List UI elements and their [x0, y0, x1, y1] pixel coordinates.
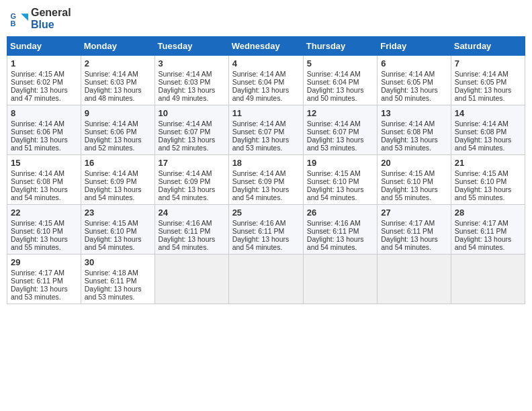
sunrise-label: Sunrise: 4:15 AM [11, 219, 64, 227]
sunrise-label: Sunrise: 4:16 AM [307, 219, 361, 227]
daylight-label: Daylight: 13 hours and 54 minutes. [455, 136, 512, 152]
day-number: 15 [11, 158, 77, 168]
calendar-cell: 6 Sunrise: 4:14 AM Sunset: 6:05 PM Dayli… [378, 56, 451, 105]
daylight-label: Daylight: 13 hours and 54 minutes. [159, 235, 216, 251]
sunrise-label: Sunrise: 4:15 AM [85, 219, 138, 227]
calendar-cell: 21 Sunrise: 4:15 AM Sunset: 6:10 PM Dayl… [451, 155, 525, 205]
calendar-cell: 24 Sunrise: 4:16 AM Sunset: 6:11 PM Dayl… [154, 205, 228, 255]
daylight-label: Daylight: 13 hours and 53 minutes. [85, 285, 142, 301]
day-number: 10 [159, 108, 225, 118]
sunrise-label: Sunrise: 4:14 AM [85, 70, 138, 78]
sunset-label: Sunset: 6:07 PM [307, 128, 359, 136]
day-number: 17 [159, 158, 225, 168]
daylight-label: Daylight: 13 hours and 54 minutes. [455, 235, 512, 251]
sunset-label: Sunset: 6:07 PM [159, 128, 211, 136]
day-number: 21 [455, 158, 521, 168]
calendar-cell: 16 Sunrise: 4:14 AM Sunset: 6:09 PM Dayl… [81, 155, 154, 205]
day-number: 5 [307, 58, 373, 68]
calendar-week-4: 22 Sunrise: 4:15 AM Sunset: 6:10 PM Dayl… [7, 205, 525, 255]
sunset-label: Sunset: 6:10 PM [455, 177, 507, 185]
calendar-week-3: 15 Sunrise: 4:14 AM Sunset: 6:08 PM Dayl… [7, 155, 525, 205]
sunrise-label: Sunrise: 4:14 AM [455, 70, 508, 78]
sunset-label: Sunset: 6:11 PM [455, 227, 507, 235]
calendar-cell: 19 Sunrise: 4:15 AM Sunset: 6:10 PM Dayl… [303, 155, 377, 205]
daylight-label: Daylight: 13 hours and 52 minutes. [85, 136, 142, 152]
sunrise-label: Sunrise: 4:16 AM [232, 219, 286, 227]
calendar-header-row: SundayMondayTuesdayWednesdayThursdayFrid… [7, 37, 525, 56]
daylight-label: Daylight: 13 hours and 53 minutes. [307, 136, 364, 152]
sunrise-label: Sunrise: 4:14 AM [11, 120, 64, 128]
sunrise-label: Sunrise: 4:17 AM [11, 269, 64, 277]
daylight-label: Daylight: 13 hours and 54 minutes. [11, 185, 68, 201]
sunrise-label: Sunrise: 4:14 AM [381, 70, 435, 78]
calendar-cell: 11 Sunrise: 4:14 AM Sunset: 6:07 PM Dayl… [228, 105, 303, 155]
daylight-label: Daylight: 13 hours and 54 minutes. [232, 185, 290, 201]
sunset-label: Sunset: 6:08 PM [455, 128, 507, 136]
sunset-label: Sunset: 6:11 PM [381, 227, 433, 235]
calendar-cell: 27 Sunrise: 4:17 AM Sunset: 6:11 PM Dayl… [378, 205, 451, 255]
sunrise-label: Sunrise: 4:14 AM [159, 120, 212, 128]
day-number: 22 [11, 208, 77, 218]
col-header-wednesday: Wednesday [228, 37, 303, 56]
day-number: 13 [381, 108, 447, 118]
sunset-label: Sunset: 6:10 PM [307, 177, 359, 185]
day-number: 28 [455, 208, 521, 218]
day-number: 8 [11, 108, 77, 118]
sunset-label: Sunset: 6:03 PM [159, 78, 211, 86]
sunset-label: Sunset: 6:11 PM [159, 227, 211, 235]
sunrise-label: Sunrise: 4:18 AM [85, 269, 138, 277]
col-header-thursday: Thursday [303, 37, 377, 56]
day-number: 2 [85, 58, 151, 68]
day-number: 11 [232, 108, 300, 118]
daylight-label: Daylight: 13 hours and 49 minutes. [232, 86, 290, 102]
calendar-cell [451, 255, 525, 304]
day-number: 20 [381, 158, 447, 168]
day-number: 26 [307, 208, 373, 218]
sunset-label: Sunset: 6:04 PM [307, 78, 359, 86]
calendar-table: SundayMondayTuesdayWednesdayThursdayFrid… [7, 36, 525, 304]
calendar-cell: 15 Sunrise: 4:14 AM Sunset: 6:08 PM Dayl… [7, 155, 81, 205]
sunrise-label: Sunrise: 4:15 AM [455, 169, 508, 177]
sunrise-label: Sunrise: 4:14 AM [455, 120, 508, 128]
sunset-label: Sunset: 6:06 PM [11, 128, 63, 136]
calendar-cell: 12 Sunrise: 4:14 AM Sunset: 6:07 PM Dayl… [303, 105, 377, 155]
calendar-cell: 28 Sunrise: 4:17 AM Sunset: 6:11 PM Dayl… [451, 205, 525, 255]
day-number: 18 [232, 158, 300, 168]
calendar-cell: 29 Sunrise: 4:17 AM Sunset: 6:11 PM Dayl… [7, 255, 81, 304]
daylight-label: Daylight: 13 hours and 48 minutes. [85, 86, 142, 102]
day-number: 19 [307, 158, 373, 168]
day-number: 27 [381, 208, 447, 218]
daylight-label: Daylight: 13 hours and 51 minutes. [11, 136, 68, 152]
calendar-week-1: 1 Sunrise: 4:15 AM Sunset: 6:02 PM Dayli… [7, 56, 525, 105]
sunset-label: Sunset: 6:06 PM [85, 128, 137, 136]
daylight-label: Daylight: 13 hours and 50 minutes. [381, 86, 438, 102]
sunset-label: Sunset: 6:08 PM [11, 177, 63, 185]
calendar-cell [154, 255, 228, 304]
daylight-label: Daylight: 13 hours and 55 minutes. [11, 235, 68, 251]
calendar-cell: 14 Sunrise: 4:14 AM Sunset: 6:08 PM Dayl… [451, 105, 525, 155]
day-number: 9 [85, 108, 151, 118]
calendar-cell: 30 Sunrise: 4:18 AM Sunset: 6:11 PM Dayl… [81, 255, 154, 304]
calendar-cell: 20 Sunrise: 4:15 AM Sunset: 6:10 PM Dayl… [378, 155, 451, 205]
calendar-cell: 17 Sunrise: 4:14 AM Sunset: 6:09 PM Dayl… [154, 155, 228, 205]
sunset-label: Sunset: 6:09 PM [232, 177, 285, 185]
sunset-label: Sunset: 6:09 PM [85, 177, 137, 185]
calendar-cell: 26 Sunrise: 4:16 AM Sunset: 6:11 PM Dayl… [303, 205, 377, 255]
sunrise-label: Sunrise: 4:16 AM [159, 219, 212, 227]
daylight-label: Daylight: 13 hours and 54 minutes. [307, 235, 364, 251]
sunrise-label: Sunrise: 4:15 AM [381, 169, 435, 177]
day-number: 1 [11, 58, 77, 68]
daylight-label: Daylight: 13 hours and 54 minutes. [159, 185, 216, 201]
calendar-cell: 22 Sunrise: 4:15 AM Sunset: 6:10 PM Dayl… [7, 205, 81, 255]
calendar-cell [378, 255, 451, 304]
sunset-label: Sunset: 6:02 PM [11, 78, 63, 86]
calendar-cell: 1 Sunrise: 4:15 AM Sunset: 6:02 PM Dayli… [7, 56, 81, 105]
daylight-label: Daylight: 13 hours and 49 minutes. [159, 86, 216, 102]
daylight-label: Daylight: 13 hours and 53 minutes. [11, 285, 68, 301]
sunset-label: Sunset: 6:05 PM [455, 78, 507, 86]
day-number: 12 [307, 108, 373, 118]
sunset-label: Sunset: 6:10 PM [85, 227, 137, 235]
daylight-label: Daylight: 13 hours and 54 minutes. [85, 235, 142, 251]
svg-text:B: B [11, 19, 16, 28]
sunset-label: Sunset: 6:11 PM [307, 227, 359, 235]
